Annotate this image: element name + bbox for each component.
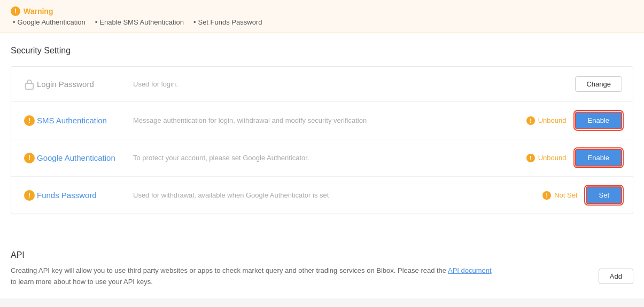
lock-icon <box>25 79 34 90</box>
funds-warning-icon: ! <box>24 190 35 201</box>
change-password-button[interactable]: Change <box>575 76 622 92</box>
api-document-link[interactable]: API document <box>448 266 492 274</box>
api-description: Creating API key will allow you to use t… <box>11 265 492 288</box>
google-auth-title: Google Authentication <box>37 153 133 162</box>
login-password-row: Login Password Used for login. Change <box>11 67 633 102</box>
funds-password-row: ! Funds Password Used for withdrawal, av… <box>11 177 633 214</box>
google-status-icon: ! <box>526 154 535 162</box>
warning-icon: ! <box>11 6 20 16</box>
funds-set-button[interactable]: Set <box>586 186 622 204</box>
warning-items: Google Authentication Enable SMS Authent… <box>11 18 633 26</box>
section-title: Security Setting <box>11 46 633 56</box>
svg-rect-0 <box>26 83 34 89</box>
api-title: API <box>11 250 633 260</box>
warning-banner: ! Warning Google Authentication Enable S… <box>0 0 644 33</box>
sms-enable-button[interactable]: Enable <box>575 112 622 129</box>
sms-status-icon: ! <box>526 116 535 125</box>
sms-auth-status: ! Unbound <box>526 116 567 125</box>
google-warning-icon-container: ! <box>22 153 37 163</box>
funds-password-status: ! Not Set <box>542 191 577 200</box>
warning-item-funds: Set Funds Password <box>193 18 262 26</box>
funds-status-icon: ! <box>542 191 551 200</box>
google-warning-icon: ! <box>24 153 35 163</box>
page-wrapper: ! Warning Google Authentication Enable S… <box>0 0 644 298</box>
google-auth-row: ! Google Authentication To protect your … <box>11 139 633 177</box>
sms-auth-row: ! SMS Authentication Message authenticat… <box>11 102 633 139</box>
sms-auth-title: SMS Authentication <box>37 116 133 125</box>
sms-auth-desc: Message authentication for login, withdr… <box>133 116 526 124</box>
warning-title: ! Warning <box>11 6 633 16</box>
api-section: API Creating API key will allow you to u… <box>0 240 644 298</box>
security-card: Login Password Used for login. Change ! … <box>11 66 633 214</box>
funds-warning-icon-container: ! <box>22 190 37 201</box>
warning-item-google: Google Authentication <box>13 18 86 26</box>
google-auth-desc: To protect your account, please set Goog… <box>133 154 526 162</box>
google-auth-status: ! Unbound <box>526 154 567 162</box>
funds-password-desc: Used for withdrawal, available when Goog… <box>133 191 542 199</box>
main-content: Security Setting Login Password Used for… <box>0 33 644 240</box>
lock-icon-container <box>22 79 37 90</box>
google-enable-button[interactable]: Enable <box>575 149 622 167</box>
login-password-title: Login Password <box>37 80 133 89</box>
sms-warning-icon-container: ! <box>22 115 37 126</box>
sms-warning-icon: ! <box>24 115 35 126</box>
warning-item-sms: Enable SMS Authentication <box>95 18 184 26</box>
api-add-button[interactable]: Add <box>599 269 633 284</box>
login-password-desc: Used for login. <box>133 80 575 88</box>
api-row: Creating API key will allow you to use t… <box>11 265 633 288</box>
funds-password-title: Funds Password <box>37 191 133 200</box>
